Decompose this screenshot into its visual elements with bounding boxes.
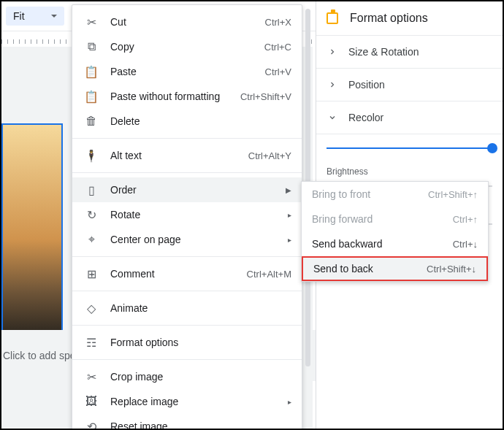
animate-icon: ◇ <box>83 299 100 317</box>
cut-icon: ✂ <box>83 13 100 31</box>
menu-order[interactable]: ▯ Order ▶ <box>72 177 302 202</box>
slider-thumb[interactable] <box>487 143 497 153</box>
menu-separator <box>72 291 302 291</box>
section-size-rotation[interactable]: Size & Rotation <box>316 35 503 68</box>
menu-center[interactable]: ⌖ Center on page ▸ <box>72 227 302 252</box>
submenu-label: Bring forward <box>312 213 453 225</box>
menu-label: Crop image <box>110 371 291 383</box>
order-icon: ▯ <box>83 181 100 199</box>
selected-image[interactable] <box>1 123 63 335</box>
menu-label: Paste without formatting <box>110 91 240 102</box>
chevron-down-icon <box>51 15 57 18</box>
submenu-shortcut: Ctrl+↓ <box>453 239 478 250</box>
submenu-arrow-icon: ▸ <box>288 236 291 244</box>
menu-separator <box>72 256 302 257</box>
menu-shortcut: Ctrl+Alt+M <box>247 269 291 280</box>
menu-label: Copy <box>110 41 264 53</box>
menu-rotate[interactable]: ↻ Rotate ▸ <box>72 202 302 227</box>
menu-reset-image[interactable]: ⟲ Reset image <box>72 414 302 430</box>
menu-shortcut: Ctrl+Alt+Y <box>248 150 291 161</box>
context-menu: ✂ Cut Ctrl+X ⧉ Copy Ctrl+C 📋 Paste Ctrl+… <box>72 4 302 430</box>
menu-delete[interactable]: 🗑 Delete <box>72 109 302 134</box>
delete-icon: 🗑 <box>83 112 100 130</box>
menu-label: Delete <box>110 115 291 127</box>
menu-crop[interactable]: ✂ Crop image <box>72 364 302 389</box>
chevron-right-icon <box>328 47 337 56</box>
reset-image-icon: ⟲ <box>83 418 100 430</box>
menu-alt-text[interactable]: 🕴 Alt text Ctrl+Alt+Y <box>72 143 302 168</box>
format-options-icon <box>327 12 338 24</box>
menu-copy[interactable]: ⧉ Copy Ctrl+C <box>72 34 302 59</box>
zoom-fit-label: Fit <box>13 10 25 22</box>
menu-animate[interactable]: ◇ Animate <box>72 296 302 320</box>
zoom-fit-dropdown[interactable]: Fit <box>6 7 64 26</box>
center-icon: ⌖ <box>83 231 100 248</box>
menu-label: Comment <box>110 268 247 280</box>
section-recolor[interactable]: Recolor <box>316 101 503 134</box>
comment-icon: ⊞ <box>83 265 100 283</box>
submenu-bring-to-front[interactable]: Bring to front Ctrl+Shift+↑ <box>302 182 488 207</box>
copy-icon: ⧉ <box>83 38 100 55</box>
menu-format-options[interactable]: ☶ Format options <box>72 330 302 355</box>
submenu-shortcut: Ctrl+↑ <box>453 214 478 225</box>
menu-label: Paste <box>110 66 265 77</box>
menu-separator <box>72 138 302 139</box>
menu-cut[interactable]: ✂ Cut Ctrl+X <box>72 9 302 34</box>
submenu-shortcut: Ctrl+Shift+↓ <box>427 264 476 274</box>
menu-paste-plain[interactable]: 📋 Paste without formatting Ctrl+Shift+V <box>72 84 302 109</box>
replace-image-icon: 🖼 <box>83 393 100 410</box>
panel-title: Format options <box>350 12 428 25</box>
menu-label: Order <box>110 184 286 196</box>
paste-plain-icon: 📋 <box>83 88 100 105</box>
panel-header: Format options <box>316 7 503 35</box>
rotate-icon: ↻ <box>83 206 100 223</box>
menu-replace-image[interactable]: 🖼 Replace image ▸ <box>72 389 302 414</box>
menu-paste[interactable]: 📋 Paste Ctrl+V <box>72 59 302 84</box>
menu-label: Reset image <box>110 421 291 430</box>
crop-icon: ✂ <box>83 368 100 385</box>
menu-label: Format options <box>110 337 291 348</box>
menu-label: Alt text <box>110 150 248 161</box>
section-label: Size & Rotation <box>348 46 419 58</box>
submenu-arrow-icon: ▸ <box>288 398 291 406</box>
submenu-arrow-icon: ▶ <box>286 186 291 194</box>
accessibility-icon: 🕴 <box>83 147 100 164</box>
menu-separator <box>72 172 302 173</box>
submenu-bring-forward[interactable]: Bring forward Ctrl+↑ <box>302 207 488 231</box>
menu-label: Rotate <box>110 209 288 220</box>
submenu-send-to-back[interactable]: Send to back Ctrl+Shift+↓ <box>302 256 488 281</box>
menu-shortcut: Ctrl+Shift+V <box>240 91 291 102</box>
menu-shortcut: Ctrl+C <box>264 42 291 53</box>
section-label: Recolor <box>348 112 383 123</box>
submenu-arrow-icon: ▸ <box>288 211 291 219</box>
menu-label: Center on page <box>110 234 288 245</box>
chevron-right-icon <box>328 80 337 89</box>
submenu-label: Bring to front <box>312 188 428 200</box>
menu-separator <box>72 325 302 326</box>
menu-label: Replace image <box>110 396 288 407</box>
menu-comment[interactable]: ⊞ Comment Ctrl+Alt+M <box>72 261 302 286</box>
toolbar: Fit <box>1 1 64 31</box>
transparency-slider[interactable] <box>327 147 492 149</box>
submenu-label: Send backward <box>312 238 453 250</box>
menu-shortcut: Ctrl+X <box>265 17 291 28</box>
chevron-down-icon <box>328 113 337 122</box>
section-position[interactable]: Position <box>316 68 503 101</box>
format-options-icon: ☶ <box>83 334 100 351</box>
submenu-label: Send to back <box>313 263 427 274</box>
section-label: Position <box>348 79 385 91</box>
submenu-shortcut: Ctrl+Shift+↑ <box>428 189 478 200</box>
transparency-slider-block <box>327 147 492 149</box>
menu-label: Animate <box>110 302 291 314</box>
menu-label: Cut <box>110 16 265 28</box>
menu-shortcut: Ctrl+V <box>265 66 291 77</box>
slider-fill <box>327 147 492 149</box>
slider-label: Brightness <box>327 166 492 177</box>
submenu-send-backward[interactable]: Send backward Ctrl+↓ <box>302 231 488 256</box>
menu-separator <box>72 359 302 360</box>
order-submenu: Bring to front Ctrl+Shift+↑ Bring forwar… <box>301 181 489 282</box>
paste-icon: 📋 <box>83 63 100 80</box>
